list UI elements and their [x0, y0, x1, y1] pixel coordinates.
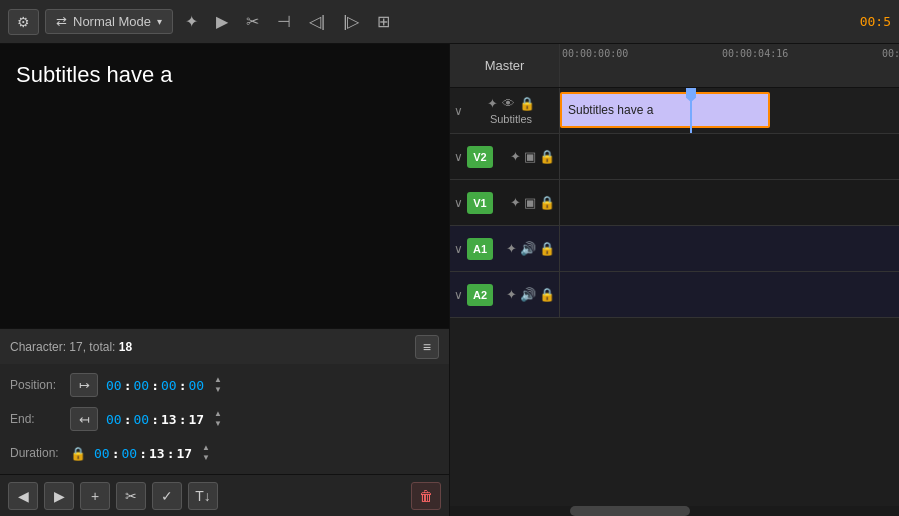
- end-spinner[interactable]: ▲ ▼: [214, 409, 222, 429]
- main-area: Subtitles have a Character: 17, total: 1…: [0, 44, 899, 516]
- v1-icon-group: ✦ ▣ 🔒: [510, 195, 555, 210]
- a1-speaker-icon[interactable]: 🔊: [520, 241, 536, 256]
- track-row-v2: ∨ V2 ✦ ▣ 🔒: [450, 134, 899, 180]
- trim-left-btn[interactable]: ◁|: [303, 8, 331, 35]
- position-down[interactable]: ▼: [214, 385, 222, 395]
- v2-expand-btn[interactable]: ∨: [454, 150, 463, 164]
- play-btn[interactable]: ▶: [210, 8, 234, 35]
- settings-btn[interactable]: ⚙: [8, 9, 39, 35]
- lock-icon: 🔒: [70, 446, 86, 461]
- a1-badge: A1: [467, 238, 493, 260]
- v1-film-icon[interactable]: ▣: [524, 195, 536, 210]
- wand-icon-btn[interactable]: ✦: [179, 8, 204, 35]
- mode-icon: ⇄: [56, 14, 67, 29]
- duration-label: Duration:: [10, 446, 62, 460]
- chevron-down-icon: ▾: [157, 16, 162, 27]
- a2-track-content[interactable]: [560, 272, 899, 317]
- left-panel: Subtitles have a Character: 17, total: 1…: [0, 44, 450, 516]
- a1-track-controls: ∨ A1 ✦ 🔊 🔒: [450, 226, 560, 271]
- subtitle-text-input[interactable]: Subtitles have a: [0, 44, 449, 328]
- a2-wand-icon: ✦: [506, 287, 517, 302]
- time-display: 00:5: [860, 14, 891, 29]
- top-toolbar: ⚙ ⇄ Normal Mode ▾ ✦ ▶ ✂ ⊣ ◁| |▷ ⊞ 00:5: [0, 0, 899, 44]
- controls-area: Position: ↦ 00:00:00:00 ▲ ▼ End: ↤ 00:00…: [0, 364, 449, 474]
- a2-lock-icon[interactable]: 🔒: [539, 287, 555, 302]
- position-icon-btn[interactable]: ↦: [70, 373, 98, 397]
- v1-lock-icon[interactable]: 🔒: [539, 195, 555, 210]
- v2-lock-icon[interactable]: 🔒: [539, 149, 555, 164]
- a2-speaker-icon[interactable]: 🔊: [520, 287, 536, 302]
- end-label: End:: [10, 412, 62, 426]
- settings-icon: ⚙: [17, 14, 30, 30]
- v1-track-content[interactable]: [560, 180, 899, 225]
- position-up[interactable]: ▲: [214, 375, 222, 385]
- delete-button[interactable]: 🗑: [411, 482, 441, 510]
- trim-right-btn[interactable]: |▷: [337, 8, 365, 35]
- a1-wand-icon: ✦: [506, 241, 517, 256]
- mode-selector[interactable]: ⇄ Normal Mode ▾: [45, 9, 173, 34]
- char-total: 18: [119, 340, 132, 354]
- subtitle-clip-text: Subtitles have a: [568, 103, 653, 117]
- prev-button[interactable]: ◀: [8, 482, 38, 510]
- scrollbar-thumb[interactable]: [570, 506, 690, 516]
- a2-expand-btn[interactable]: ∨: [454, 288, 463, 302]
- add-button[interactable]: +: [80, 482, 110, 510]
- format-button[interactable]: T↓: [188, 482, 218, 510]
- char-info: Character: 17, total: 18: [10, 340, 132, 354]
- end-row: End: ↤ 00:00:13:17 ▲ ▼: [10, 404, 439, 434]
- master-label: Master: [450, 44, 560, 87]
- subtitles-label: Subtitles: [490, 113, 532, 125]
- cut-btn[interactable]: ✂: [240, 8, 265, 35]
- subtitles-track-controls: ∨ ✦ 👁 🔒 Subtitles: [450, 88, 560, 133]
- check-button[interactable]: ✓: [152, 482, 182, 510]
- char-label: Character: 17, total:: [10, 340, 119, 354]
- subtitle-clip[interactable]: Subtitles have a: [560, 92, 770, 128]
- position-row: Position: ↦ 00:00:00:00 ▲ ▼: [10, 370, 439, 400]
- a1-lock-icon[interactable]: 🔒: [539, 241, 555, 256]
- v2-track-content[interactable]: [560, 134, 899, 179]
- position-label: Position:: [10, 378, 62, 392]
- right-panel: Master 00:00:00:00 00:00:04:16 00:00:09:…: [450, 44, 899, 516]
- end-icon-btn[interactable]: ↤: [70, 407, 98, 431]
- duration-row: Duration: 🔒 00:00:13:17 ▲ ▼: [10, 438, 439, 468]
- v2-film-icon[interactable]: ▣: [524, 149, 536, 164]
- split-btn[interactable]: ⊣: [271, 8, 297, 35]
- track-row-a1: ∨ A1 ✦ 🔊 🔒: [450, 226, 899, 272]
- scrollbar-track: [450, 506, 899, 516]
- duration-up[interactable]: ▲: [202, 443, 210, 453]
- subtitles-eye-icon[interactable]: 👁: [502, 96, 515, 111]
- info-bar: Character: 17, total: 18 ≡: [0, 328, 449, 364]
- v2-wand-icon: ✦: [510, 149, 521, 164]
- menu-button[interactable]: ≡: [415, 335, 439, 359]
- duration-spinner[interactable]: ▲ ▼: [202, 443, 210, 463]
- v2-icon-group: ✦ ▣ 🔒: [510, 149, 555, 164]
- position-value: 00:00:00:00: [106, 378, 204, 393]
- action-bar: ◀ ▶ + ✂ ✓ T↓ 🗑: [0, 474, 449, 516]
- ruler-tick-1: 00:00:04:16: [720, 44, 788, 87]
- ruler-time-2: 00:00:09:07: [880, 44, 899, 59]
- v1-expand-btn[interactable]: ∨: [454, 196, 463, 210]
- subtitles-expand-btn[interactable]: ∨: [454, 104, 463, 118]
- end-up[interactable]: ▲: [214, 409, 222, 419]
- v2-badge: V2: [467, 146, 493, 168]
- position-spinner[interactable]: ▲ ▼: [214, 375, 222, 395]
- duration-value: 00:00:13:17: [94, 446, 192, 461]
- ruler-tick-0: 00:00:00:00: [560, 44, 628, 87]
- next-button[interactable]: ▶: [44, 482, 74, 510]
- a1-expand-btn[interactable]: ∨: [454, 242, 463, 256]
- ruler-tick-2: 00:00:09:07: [880, 44, 899, 87]
- subtitles-track-content[interactable]: Subtitles have a: [560, 88, 899, 133]
- duration-down[interactable]: ▼: [202, 453, 210, 463]
- subtitles-wand-icon: ✦: [487, 96, 498, 111]
- a1-track-content[interactable]: [560, 226, 899, 271]
- cut-button[interactable]: ✂: [116, 482, 146, 510]
- track-row-a2: ∨ A2 ✦ 🔊 🔒: [450, 272, 899, 318]
- a2-badge: A2: [467, 284, 493, 306]
- mode-label: Normal Mode: [73, 14, 151, 29]
- end-down[interactable]: ▼: [214, 419, 222, 429]
- a2-icon-group: ✦ 🔊 🔒: [506, 287, 555, 302]
- subtitles-lock-icon[interactable]: 🔒: [519, 96, 535, 111]
- v1-wand-icon: ✦: [510, 195, 521, 210]
- v2-track-controls: ∨ V2 ✦ ▣ 🔒: [450, 134, 560, 179]
- ripple-btn[interactable]: ⊞: [371, 8, 396, 35]
